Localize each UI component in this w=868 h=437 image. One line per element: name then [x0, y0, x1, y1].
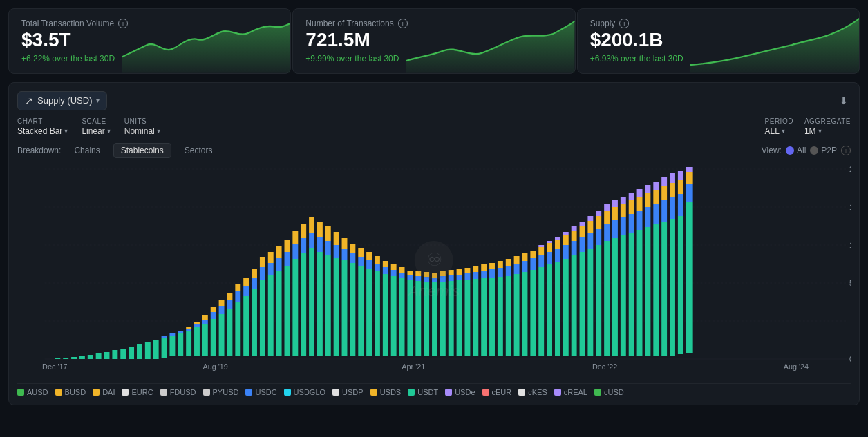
legend-color-dot: [284, 389, 291, 396]
svg-rect-73: [285, 240, 290, 252]
legend-color-dot: [445, 389, 452, 396]
legend-item[interactable]: EURC: [122, 388, 153, 396]
svg-rect-68: [276, 271, 282, 356]
svg-rect-183: [572, 226, 577, 231]
breakdown-left: Breakdown: Chains Stablecoins Sectors: [17, 143, 220, 158]
metric-title-transactions-text: Number of Transactions: [305, 19, 393, 28]
svg-rect-86: [326, 255, 331, 356]
legend-item-label: USDT: [417, 388, 438, 396]
chart-bars: [55, 167, 692, 359]
sparkline-volume: [122, 9, 290, 73]
legend-item[interactable]: USDGLO: [284, 388, 326, 396]
svg-rect-212: [637, 230, 643, 356]
period-label: PERIOD: [765, 117, 793, 125]
svg-rect-236: [686, 202, 693, 353]
legend-item[interactable]: USDT: [408, 388, 438, 396]
metric-card-transactions: Number of Transactions i 721.5M +9.99% o…: [292, 8, 575, 74]
view-right: View: All P2P i: [762, 146, 851, 155]
svg-rect-16: [55, 358, 60, 359]
units-select[interactable]: Nominal ▾: [124, 126, 160, 136]
breakdown-stablecoins[interactable]: Stablecoins: [113, 143, 171, 158]
svg-rect-221: [653, 204, 659, 224]
svg-rect-130: [440, 271, 446, 276]
chart-type-label: CHART: [17, 117, 68, 125]
chart-type-select[interactable]: Stacked Bar ▾: [17, 126, 68, 136]
legend-item[interactable]: USDP: [332, 388, 364, 396]
svg-rect-131: [449, 281, 454, 356]
info-icon-supply[interactable]: i: [619, 19, 629, 28]
svg-rect-218: [645, 193, 650, 207]
svg-rect-210: [629, 200, 634, 214]
legend-item[interactable]: cREAL: [554, 388, 587, 396]
svg-rect-116: [407, 280, 413, 356]
svg-rect-72: [285, 252, 290, 266]
legend-item[interactable]: cKES: [518, 388, 547, 396]
period-caret: ▾: [782, 127, 785, 135]
svg-rect-59: [252, 289, 257, 356]
svg-rect-193: [596, 229, 601, 245]
svg-rect-42: [202, 320, 208, 324]
aggregate-select[interactable]: 1M ▾: [804, 126, 851, 136]
svg-rect-141: [473, 272, 478, 279]
view-all-label: All: [797, 146, 806, 155]
svg-rect-142: [473, 266, 478, 272]
svg-rect-67: [268, 252, 274, 263]
svg-rect-153: [506, 266, 511, 276]
legend-item[interactable]: cUSD: [594, 388, 624, 396]
svg-rect-77: [301, 253, 306, 356]
svg-rect-85: [317, 222, 323, 237]
svg-rect-230: [670, 183, 675, 197]
breakdown-sectors[interactable]: Sectors: [177, 143, 220, 158]
chart-title-button[interactable]: ↗ Supply (USD) ▾: [17, 91, 107, 110]
legend-item[interactable]: FDUSD: [160, 388, 196, 396]
sparkline-supply: [690, 9, 859, 73]
legend-color-dot: [93, 389, 100, 396]
units-value: Nominal: [124, 126, 155, 136]
svg-rect-167: [538, 245, 544, 247]
period-select[interactable]: ALL ▾: [765, 126, 793, 136]
legend-color-dot: [554, 389, 561, 396]
legend-item[interactable]: PYUSD: [203, 388, 239, 396]
svg-rect-32: [169, 333, 175, 336]
svg-rect-201: [612, 220, 618, 238]
breakdown-chains[interactable]: Chains: [66, 143, 107, 158]
svg-rect-214: [637, 197, 643, 211]
view-all-radio[interactable]: All: [786, 146, 806, 155]
view-info-icon[interactable]: i: [841, 146, 851, 155]
svg-rect-226: [661, 186, 667, 200]
legend-item[interactable]: cEUR: [482, 388, 512, 396]
svg-rect-172: [555, 262, 560, 356]
svg-rect-110: [391, 276, 397, 356]
scale-select[interactable]: Linear ▾: [82, 126, 110, 136]
legend-item[interactable]: DAI: [93, 388, 115, 396]
svg-rect-53: [235, 302, 240, 356]
view-p2p-radio[interactable]: P2P: [810, 146, 837, 155]
svg-rect-47: [219, 314, 225, 356]
svg-rect-145: [481, 264, 487, 271]
download-icon[interactable]: ⬇: [837, 94, 851, 108]
svg-rect-122: [424, 282, 429, 356]
svg-rect-49: [219, 300, 225, 306]
legend-item[interactable]: USDC: [245, 388, 276, 396]
svg-rect-51: [227, 300, 232, 309]
svg-rect-168: [547, 264, 552, 356]
breakdown-label: Breakdown:: [17, 146, 61, 155]
svg-rect-123: [424, 277, 429, 282]
legend-item[interactable]: USDS: [370, 388, 402, 396]
legend-item-label: EURC: [131, 388, 153, 396]
svg-rect-160: [522, 253, 528, 261]
svg-rect-127: [432, 273, 437, 278]
svg-rect-100: [358, 248, 364, 257]
svg-rect-225: [661, 200, 667, 222]
svg-rect-65: [268, 275, 274, 356]
svg-rect-162: [530, 258, 536, 270]
svg-rect-206: [621, 204, 626, 217]
units-label: UNITS: [124, 117, 160, 125]
legend-item[interactable]: USDe: [445, 388, 475, 396]
legend-item[interactable]: BUSD: [55, 388, 86, 396]
svg-rect-103: [366, 252, 372, 260]
svg-rect-175: [555, 237, 560, 240]
legend-item[interactable]: AUSD: [17, 388, 48, 396]
svg-rect-198: [604, 211, 610, 224]
svg-rect-158: [522, 272, 528, 356]
